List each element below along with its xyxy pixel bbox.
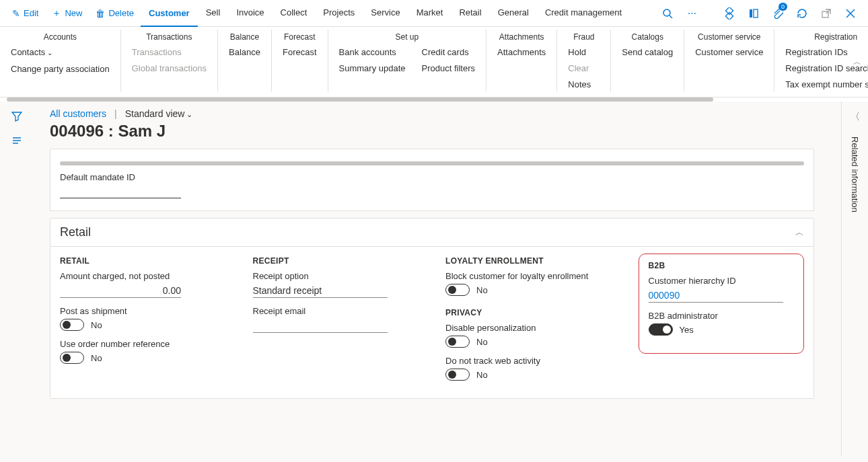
ribbon-item-tax-exempt-number-searc[interactable]: Tax exempt number searc xyxy=(785,78,868,91)
post-shipment-value: No xyxy=(91,320,102,330)
ribbon-item-global-transactions: Global transactions xyxy=(132,62,207,75)
receipt-option-label: Receipt option xyxy=(253,271,419,281)
ribbon-group-catalogs: CatalogsSend catalog xyxy=(611,30,684,91)
edit-button[interactable]: ✎Edit xyxy=(5,0,45,27)
ribbon-item-summary-update[interactable]: Summary update xyxy=(339,62,406,75)
breadcrumb-separator: | xyxy=(114,108,117,119)
delete-label: Delete xyxy=(108,8,134,18)
filter-icon[interactable] xyxy=(11,111,22,124)
track-label: Do not track web activity xyxy=(445,356,612,366)
tab-collect[interactable]: Collect xyxy=(273,0,316,26)
ribbon-group-title: Fraud xyxy=(568,30,600,46)
ribbon-item-attachments[interactable]: Attachments xyxy=(497,46,546,59)
post-shipment-label: Post as shipment xyxy=(60,306,226,316)
pencil-icon: ✎ xyxy=(12,8,20,19)
loyalty-block-toggle[interactable] xyxy=(445,284,470,296)
list-icon[interactable] xyxy=(11,135,22,149)
tab-service[interactable]: Service xyxy=(363,0,408,26)
related-info-tab[interactable]: Related information xyxy=(850,137,860,213)
top-toolbar: ✎Edit ＋New 🗑Delete CustomerSellInvoiceCo… xyxy=(0,0,868,27)
tab-credit-management[interactable]: Credit management xyxy=(537,0,630,26)
chevron-up-icon: ︿ xyxy=(795,227,804,239)
tab-invoice[interactable]: Invoice xyxy=(228,0,272,26)
retail-section-body: RETAIL Amount charged, not posted 0.00 P… xyxy=(50,247,814,399)
tab-customer[interactable]: Customer xyxy=(141,1,198,28)
ribbon-group-title: Catalogs xyxy=(622,30,673,46)
receipt-subhead: RECEIPT xyxy=(253,256,419,266)
retail-subhead: RETAIL xyxy=(60,256,226,266)
svg-line-1 xyxy=(670,15,672,18)
view-selector[interactable]: Standard view xyxy=(125,108,193,119)
tab-retail[interactable]: Retail xyxy=(451,0,489,26)
disable-personalization-toggle[interactable] xyxy=(445,336,470,348)
tab-sell[interactable]: Sell xyxy=(198,0,229,26)
refresh-icon[interactable] xyxy=(790,0,814,27)
ribbon-item-credit-cards[interactable]: Credit cards xyxy=(422,46,475,59)
ribbon-item-contacts[interactable]: Contacts xyxy=(11,46,110,60)
svg-point-0 xyxy=(663,9,670,16)
right-rail: 〈 Related information xyxy=(841,102,868,456)
ribbon-item-forecast[interactable]: Forecast xyxy=(283,46,317,59)
receipt-option-value[interactable]: Standard receipt xyxy=(253,284,388,298)
chevron-left-icon[interactable]: 〈 xyxy=(851,111,860,123)
popout-icon[interactable] xyxy=(814,0,838,27)
ribbon-group-balance: BalanceBalance xyxy=(218,30,272,91)
ribbon-group-forecast: ForecastForecast xyxy=(272,30,328,91)
card-scrollbar[interactable] xyxy=(60,161,804,165)
loyalty-subhead: LOYALTY ENROLLMENT xyxy=(445,256,612,266)
new-button[interactable]: ＋New xyxy=(45,0,89,27)
b2b-highlight-box: B2B Customer hierarchy ID 000090 B2B adm… xyxy=(639,254,805,354)
ribbon-item-clear: Clear xyxy=(568,62,591,75)
ribbon-collapse-icon[interactable]: ︿ xyxy=(853,56,861,68)
more-icon[interactable]: ⋯ xyxy=(680,0,704,27)
tab-general[interactable]: General xyxy=(490,0,537,26)
ribbon-group-title: Customer service xyxy=(695,30,763,46)
svg-rect-5 xyxy=(754,9,758,17)
edit-label: Edit xyxy=(24,8,38,18)
tab-market[interactable]: Market xyxy=(408,0,451,26)
breadcrumb-link[interactable]: All customers xyxy=(50,108,106,119)
post-shipment-toggle[interactable] xyxy=(60,319,84,331)
svg-rect-2 xyxy=(725,7,733,15)
tab-projects[interactable]: Projects xyxy=(315,0,363,26)
ribbon-item-balance[interactable]: Balance xyxy=(229,46,260,59)
ribbon-item-change-party-association[interactable]: Change party association xyxy=(11,63,110,76)
ribbon-group-attachments: AttachmentsAttachments xyxy=(486,30,557,91)
svg-rect-4 xyxy=(750,9,752,17)
office-icon[interactable] xyxy=(742,0,766,27)
ribbon-item-customer-service[interactable]: Customer service xyxy=(695,46,763,59)
diamond-icon[interactable] xyxy=(717,0,742,27)
ribbon-item-send-catalog[interactable]: Send catalog xyxy=(622,46,673,59)
default-mandate-field[interactable] xyxy=(60,184,181,198)
retail-section-header[interactable]: Retail ︿ xyxy=(50,218,814,247)
attachments-icon[interactable]: 0 xyxy=(766,0,790,27)
left-rail xyxy=(0,102,34,456)
hierarchy-value[interactable]: 000090 xyxy=(649,288,783,303)
module-tabs: CustomerSellInvoiceCollectProjectsServic… xyxy=(141,0,630,28)
ribbon-group-title: Attachments xyxy=(497,30,546,46)
delete-button[interactable]: 🗑Delete xyxy=(89,0,141,27)
ribbon-item-product-filters[interactable]: Product filters xyxy=(422,62,475,75)
ribbon-group-transactions: TransactionsTransactionsGlobal transacti… xyxy=(121,30,218,91)
b2b-subhead: B2B xyxy=(649,261,795,270)
hierarchy-label: Customer hierarchy ID xyxy=(649,276,795,286)
svg-rect-3 xyxy=(725,12,733,20)
b2b-admin-toggle[interactable] xyxy=(649,323,673,336)
track-toggle[interactable] xyxy=(445,369,470,381)
ribbon-group-title: Balance xyxy=(229,30,260,46)
ribbon-group-customer-service: Customer serviceCustomer service xyxy=(684,30,774,91)
search-icon[interactable] xyxy=(655,0,680,27)
order-ref-toggle[interactable] xyxy=(60,352,84,364)
close-icon[interactable] xyxy=(838,0,863,27)
loyalty-block-value: No xyxy=(476,285,488,295)
page-title: 004096 : Sam J xyxy=(50,120,841,149)
b2b-admin-value: Yes xyxy=(680,325,694,335)
ribbon-group-title: Registration xyxy=(785,30,868,46)
ribbon-item-hold[interactable]: Hold xyxy=(568,46,591,59)
receipt-email-value[interactable] xyxy=(253,319,388,333)
disable-personalization-value: No xyxy=(476,337,488,347)
ribbon-item-bank-accounts[interactable]: Bank accounts xyxy=(339,46,406,59)
ribbon-group-title: Accounts xyxy=(11,30,110,46)
ribbon-item-notes[interactable]: Notes xyxy=(568,78,591,91)
amount-charged-value[interactable]: 0.00 xyxy=(60,284,181,298)
